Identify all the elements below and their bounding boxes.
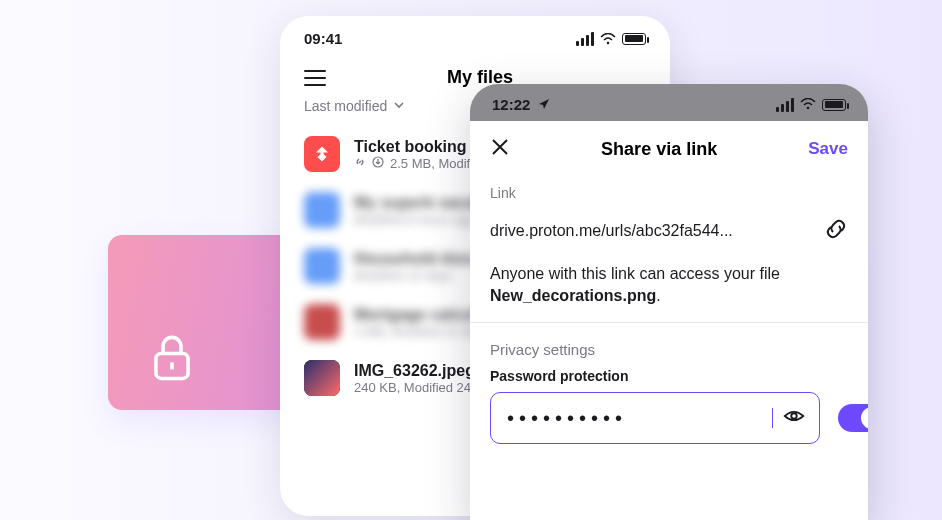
status-bar: 12:22 xyxy=(470,84,868,121)
pdf-icon xyxy=(304,136,340,172)
file-meta: Modified 14 days xyxy=(354,268,452,283)
status-time: 09:41 xyxy=(304,30,342,47)
status-time: 12:22 xyxy=(492,96,530,113)
wifi-icon xyxy=(800,96,816,113)
link-icon xyxy=(354,156,366,171)
share-link-url[interactable]: drive.proton.me/urls/abc32fa544... xyxy=(490,222,733,240)
svg-point-4 xyxy=(807,107,810,110)
eye-icon[interactable] xyxy=(783,405,805,431)
sheet-title: Share via link xyxy=(601,139,717,160)
lock-icon xyxy=(150,332,194,382)
folder-icon xyxy=(304,248,340,284)
svg-point-5 xyxy=(791,413,797,419)
phone-front: 12:22 Share via link Save Link drive.pro… xyxy=(470,84,868,520)
file-meta: Modified 8 hours ago xyxy=(354,212,475,227)
link-description: Anyone with this link can access your fi… xyxy=(490,255,848,322)
signal-icon xyxy=(576,32,594,46)
file-meta: 2 MB, Modified 21 Ma xyxy=(354,324,480,339)
signal-icon xyxy=(776,98,794,112)
link-icon[interactable] xyxy=(824,217,848,245)
password-label: Password protection xyxy=(490,366,848,392)
status-bar: 09:41 xyxy=(280,16,670,53)
text-caret xyxy=(772,408,773,428)
location-icon xyxy=(538,96,550,113)
download-icon xyxy=(372,156,384,171)
save-button[interactable]: Save xyxy=(808,139,848,159)
shared-filename: New_decorations.png xyxy=(490,287,656,304)
close-button[interactable] xyxy=(490,137,510,161)
sort-label: Last modified xyxy=(304,98,387,114)
doc-icon xyxy=(304,304,340,340)
password-toggle[interactable] xyxy=(838,404,868,432)
privacy-heading: Privacy settings xyxy=(490,323,848,366)
folder-icon xyxy=(304,192,340,228)
image-thumbnail xyxy=(304,360,340,396)
battery-icon xyxy=(622,33,646,45)
password-input[interactable] xyxy=(505,406,762,431)
wifi-icon xyxy=(600,33,616,45)
svg-point-2 xyxy=(607,41,610,44)
sheet-header: Share via link Save xyxy=(470,121,868,171)
link-section-label: Link xyxy=(490,179,848,207)
chevron-down-icon xyxy=(393,98,405,114)
battery-icon xyxy=(822,99,846,111)
password-field[interactable] xyxy=(490,392,820,444)
